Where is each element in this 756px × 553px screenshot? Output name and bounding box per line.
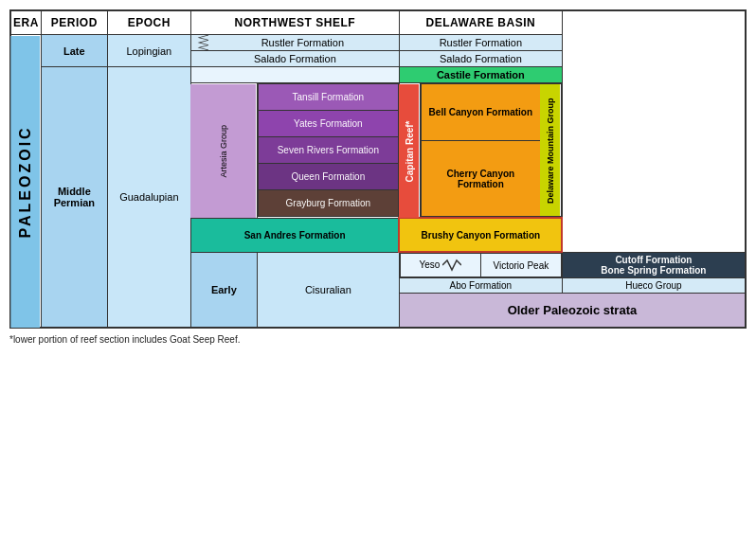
artesia-group: Artesia Group xyxy=(190,83,257,219)
epoch-cisuralian: Cisuralian xyxy=(257,252,399,328)
seven-rivers-formation: Seven Rivers Formation xyxy=(258,137,398,164)
yates-formation: Yates Formation xyxy=(258,111,398,137)
yeso-victorio-row: Yeso Victorio Peak xyxy=(399,252,562,278)
guadalupian-formations: Tansill Formation Yates Formation Seven … xyxy=(257,83,399,219)
rustler-formation: Rustler Formation xyxy=(190,35,399,51)
victorio-peak: Victorio Peak xyxy=(480,254,561,277)
header-era: ERA xyxy=(10,10,41,35)
period-late: Late xyxy=(41,35,107,67)
san-andres-formation: San Andres Formation xyxy=(190,218,399,252)
footnote: *lower portion of reef section includes … xyxy=(9,334,747,345)
epoch-lopingian: Lopingian xyxy=(107,35,190,67)
header-nw-shelf: NORTHWEST SHELF xyxy=(190,10,399,35)
queen-formation: Queen Formation xyxy=(258,164,398,190)
brushy-canyon-formation: Brushy Canyon Formation xyxy=(399,218,562,252)
capitan-reef: Capitan Reef* xyxy=(399,83,420,219)
cherry-canyon-formation: Cherry Canyon Formation xyxy=(421,141,540,217)
rustler-delaware: Rustler Formation xyxy=(399,35,562,51)
header-period: PERIOD xyxy=(41,10,107,35)
delaware-mountain-group: Delaware Mountain Group xyxy=(540,84,561,217)
header-epoch: EPOCH xyxy=(107,10,190,35)
stratigraphy-table: ERA PERIOD EPOCH NORTHWEST SHELF DELAWAR… xyxy=(9,9,747,329)
hueco-group: Hueco Group xyxy=(562,278,746,294)
abo-formation: Abo Formation xyxy=(399,278,562,294)
yeso-formation: Yeso xyxy=(400,254,480,277)
epoch-guadalupian: Guadalupian xyxy=(107,67,190,329)
tansill-formation: Tansill Formation xyxy=(258,84,398,111)
salado-delaware: Salado Formation xyxy=(399,51,562,67)
salado-formation: Salado Formation xyxy=(190,51,399,67)
cutoff-bone-formation: Cutoff Formation Bone Spring Formation xyxy=(562,252,746,278)
castile-formation: Castile Formation xyxy=(399,67,562,83)
older-strata: Older Paleozoic strata xyxy=(399,294,746,329)
grayburg-formation: Grayburg Formation xyxy=(258,190,398,217)
era-paleozoic: PALEOZOIC xyxy=(10,35,41,329)
period-early: Early xyxy=(190,252,257,328)
castile-nw xyxy=(190,67,399,83)
header-delaware: DELAWARE BASIN xyxy=(399,10,562,35)
delaware-formations: Bell Canyon FormationDelaware Mountain G… xyxy=(420,83,562,219)
period-middle: Middle Permian xyxy=(41,67,107,329)
bell-canyon-formation: Bell Canyon Formation xyxy=(421,84,540,141)
